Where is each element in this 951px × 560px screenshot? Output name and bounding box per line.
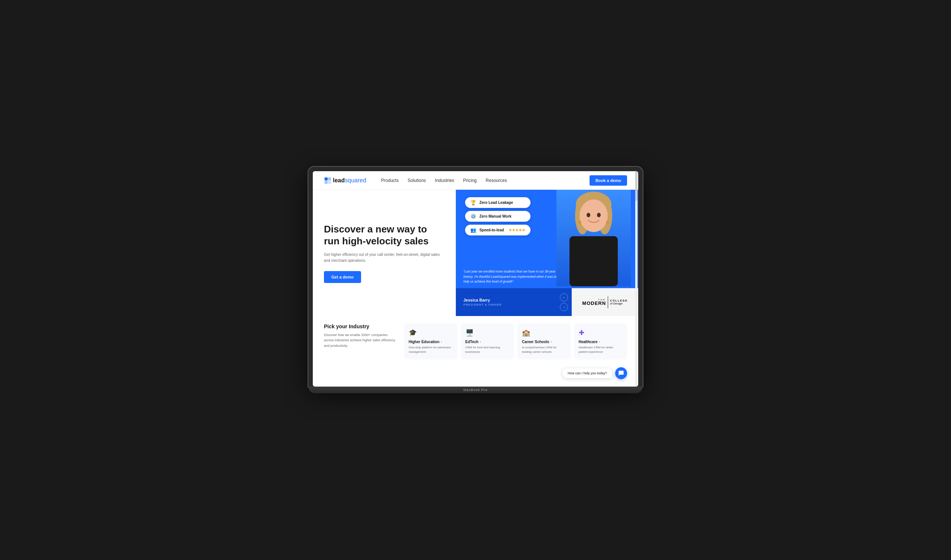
person-info: Jessica Barry PRESIDENT & OWNER: [456, 288, 556, 316]
higher-edu-icon: 🎓: [409, 329, 453, 337]
edtech-arrow: ›: [480, 340, 481, 343]
career-schools-title: Career Schools ›: [522, 340, 566, 344]
screen-bezel: leadsquared Products Solutions Industrie…: [308, 167, 643, 386]
hero-subtitle: Get higher efficiency out of your call c…: [324, 252, 445, 264]
browser-screen: leadsquared Products Solutions Industrie…: [313, 171, 638, 386]
hero-title: Discover a new way to run high-velocity …: [324, 223, 445, 247]
person-name: Jessica Barry: [463, 298, 549, 302]
svg-point-10: [586, 213, 590, 217]
healthcare-title: Healthcare ›: [579, 340, 623, 344]
svg-rect-0: [325, 177, 328, 180]
zero-manual-label: Zero Manual Work: [479, 214, 511, 218]
laptop-container: leadsquared Products Solutions Industrie…: [308, 167, 643, 393]
logo[interactable]: leadsquared: [324, 177, 366, 184]
svg-point-13: [606, 221, 609, 224]
career-schools-icon: 🏫: [522, 329, 566, 337]
higher-edu-title: Higher Education ›: [409, 340, 453, 344]
person-photo: [557, 190, 631, 286]
scrollbar-thumb[interactable]: [635, 171, 637, 201]
speed-label: Speed-to-lead: [479, 228, 504, 232]
career-schools-desc: A comprehensive CRM for leading career s…: [522, 345, 566, 354]
svg-rect-2: [325, 180, 328, 183]
pill-zero-manual: ⚙️ Zero Manual Work: [465, 211, 530, 222]
college-logo: THE MODERN COLLEGE of Design: [572, 288, 638, 316]
nav-links: Products Solutions Industries Pricing Re…: [381, 178, 589, 183]
zero-lead-icon: 🏆: [470, 200, 476, 205]
svg-rect-1: [328, 177, 331, 180]
logo-squared: squared: [345, 177, 366, 183]
laptop-model-label: MacBook Pro: [463, 388, 488, 392]
chat-bubble: How can I help you today?: [562, 368, 612, 378]
svg-point-12: [578, 221, 582, 224]
feature-pills: 🏆 Zero Lead Leakage ⚙️ Zero Manual Work …: [465, 197, 530, 235]
get-demo-button[interactable]: Get a demo: [324, 271, 361, 283]
testimonial-text: "Last year we enrolled more students tha…: [463, 269, 557, 285]
healthcare-arrow: ›: [599, 340, 600, 343]
nav-pricing[interactable]: Pricing: [463, 178, 477, 183]
person-svg: [560, 190, 627, 286]
chat-widget: How can I help you today?: [562, 367, 627, 379]
card-edtech[interactable]: 🖥️ EdTech › CRM for tech-first learning …: [461, 323, 514, 360]
healthcare-icon: ✚: [579, 329, 623, 337]
next-arrow[interactable]: →: [560, 303, 568, 311]
edtech-icon: 🖥️: [465, 329, 510, 337]
pill-zero-lead: 🏆 Zero Lead Leakage: [465, 197, 530, 208]
healthcare-desc: Healthcare CRM for better patient experi…: [579, 345, 623, 354]
svg-rect-3: [328, 180, 331, 183]
logo-text: leadsquared: [333, 177, 366, 184]
nav-solutions[interactable]: Solutions: [408, 178, 426, 183]
hero-section: Discover a new way to run high-velocity …: [313, 190, 638, 316]
edtech-desc: CRM for tech-first learning businesses: [465, 345, 510, 354]
svg-point-11: [597, 213, 601, 217]
person-job-title: PRESIDENT & OWNER: [463, 303, 549, 306]
card-healthcare[interactable]: ✚ Healthcare › Healthcare CRM for better…: [574, 323, 628, 360]
navbar: leadsquared Products Solutions Industrie…: [313, 171, 638, 190]
pill-speed-to-lead: 👥 Speed-to-lead ★★★★★: [465, 225, 530, 235]
book-demo-button[interactable]: Book a demo: [589, 175, 627, 186]
industry-description: Discover how we enable 2000+ companies a…: [324, 332, 398, 348]
college-college: COLLEGE: [610, 299, 628, 302]
stars: ★★★★★: [509, 228, 525, 232]
person-bar: Jessica Barry PRESIDENT & OWNER ← → THE: [456, 288, 638, 316]
higher-edu-arrow: ›: [441, 340, 442, 343]
laptop-base: MacBook Pro: [308, 386, 643, 393]
nav-industries[interactable]: Industries: [435, 178, 454, 183]
card-career-schools[interactable]: 🏫 Career Schools › A comprehensive CRM f…: [517, 323, 571, 360]
zero-lead-label: Zero Lead Leakage: [479, 200, 513, 205]
industry-cards: 🎓 Higher Education › One-stop platform f…: [404, 323, 627, 360]
industry-title: Pick your Industry: [324, 323, 398, 329]
college-of-design: of Design: [610, 302, 628, 305]
college-modern: MODERN: [582, 301, 606, 306]
card-higher-education[interactable]: 🎓 Higher Education › One-stop platform f…: [404, 323, 457, 360]
speed-icon: 👥: [470, 227, 476, 233]
zero-manual-icon: ⚙️: [470, 214, 476, 219]
logo-lead: lead: [333, 177, 345, 183]
svg-point-8: [580, 199, 608, 232]
higher-edu-desc: One-stop platform for admission manageme…: [409, 345, 453, 354]
svg-rect-9: [569, 236, 618, 286]
edtech-title: EdTech ›: [465, 340, 510, 344]
industry-section: Pick your Industry Discover how we enabl…: [313, 316, 638, 367]
logo-icon: [324, 177, 331, 184]
hero-right: 🏆 Zero Lead Leakage ⚙️ Zero Manual Work …: [456, 190, 638, 316]
scrollbar[interactable]: [635, 171, 637, 386]
prev-arrow[interactable]: ←: [560, 293, 568, 302]
nav-products[interactable]: Products: [381, 178, 399, 183]
career-schools-arrow: ›: [551, 340, 552, 343]
carousel-nav: ← →: [556, 288, 572, 316]
nav-resources[interactable]: Resources: [486, 178, 507, 183]
testimonial-box: "Last year we enrolled more students tha…: [463, 269, 557, 285]
industry-intro: Pick your Industry Discover how we enabl…: [324, 323, 398, 348]
chat-button[interactable]: [615, 367, 627, 379]
chat-icon: [618, 370, 624, 376]
hero-left: Discover a new way to run high-velocity …: [313, 190, 456, 316]
